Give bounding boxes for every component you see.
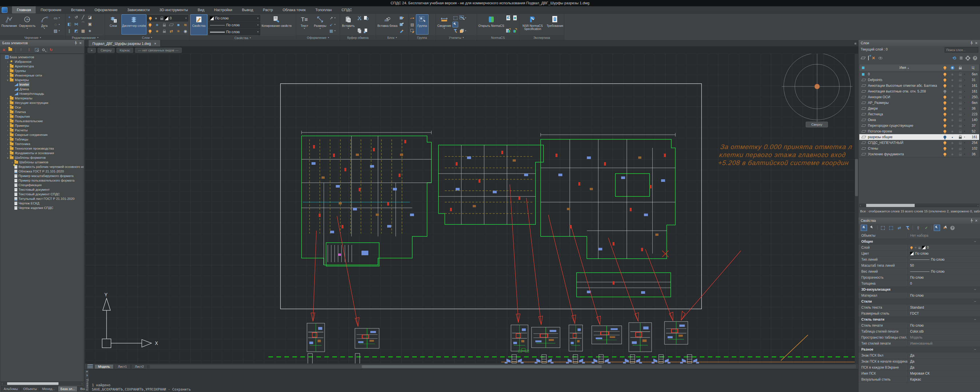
menu-tab[interactable]: Вывод <box>237 6 258 13</box>
group-select-button[interactable]: Группа <box>416 14 428 35</box>
expander-icon[interactable]: › <box>6 115 10 118</box>
linetype-combo[interactable]: По слою ▾ <box>208 22 260 28</box>
tree-item[interactable]: Пример пользовательского формата <box>0 178 84 183</box>
view-direction-button[interactable]: Сверху <box>97 48 115 53</box>
expander-icon[interactable]: › <box>6 129 10 132</box>
expander-icon[interactable]: › <box>6 151 10 155</box>
layer-row[interactable]: АР_Размеры бел <box>859 100 979 106</box>
draw-order-icon[interactable] <box>459 28 465 34</box>
block-attrib-icon[interactable] <box>399 22 404 27</box>
copy-base-icon[interactable] <box>363 28 369 34</box>
expander-icon[interactable]: › <box>6 60 10 64</box>
tree-item[interactable]: ∨ Маркеры <box>0 78 84 82</box>
property-row[interactable]: Слой ∗ 0 <box>859 245 980 251</box>
layer-row[interactable]: Defpoints 31 <box>859 77 979 83</box>
leader-remove-icon[interactable]: ↙ <box>328 22 334 27</box>
color-column-header[interactable]: Ц <box>970 66 979 70</box>
menu-tab[interactable]: Оформление <box>89 6 123 13</box>
property-value[interactable]: ∗ Standard <box>908 304 980 310</box>
properties-help-icon[interactable]: ? <box>950 226 955 230</box>
layer-row[interactable]: Стены 102 <box>859 146 979 151</box>
tree-item[interactable]: › Материалы <box>0 96 84 100</box>
expander-icon[interactable]: › <box>6 74 10 77</box>
layer-search-input[interactable] <box>945 47 978 53</box>
layer-on-toggle-icon[interactable] <box>147 22 153 28</box>
swap-selection-icon[interactable]: ⇄ <box>896 225 902 231</box>
property-row[interactable]: Разное ∗ <box>859 347 980 352</box>
properties-button[interactable]: Свойства <box>190 14 207 35</box>
tree-item[interactable]: › Покрытия <box>0 114 84 119</box>
canvas-hscrollbar[interactable] <box>150 365 856 368</box>
color-combo[interactable]: По слою ▾ <box>208 15 260 21</box>
layer-row[interactable]: Потолок-проем 52 <box>859 129 979 134</box>
stretch-icon[interactable]: ∥ <box>67 28 72 34</box>
tree-item[interactable]: Текстовый документ <box>0 187 84 192</box>
layer-freeze-toggle-icon[interactable]: ∗ <box>154 22 160 28</box>
property-value[interactable]: ∗ По слою <box>908 275 980 280</box>
property-row[interactable]: ПСК в каждом ВЭкране ∗ Да <box>859 365 980 371</box>
tree-item[interactable]: Ведомость рабочих чертежей основного ком <box>0 164 84 169</box>
layers-hscrollbar[interactable]: ‹› <box>859 204 980 207</box>
menu-tab[interactable]: Облака точек <box>278 6 311 13</box>
property-row[interactable]: Масштаб типа линий ∗ 50 <box>859 263 980 269</box>
property-row[interactable]: Объекты ∗ Нет набора <box>859 233 980 239</box>
nsr-button[interactable]: NSR NormaCS Specification <box>520 14 545 35</box>
layout-tab[interactable]: Модель <box>94 364 113 368</box>
property-row[interactable]: Прозрачность ∗ По слою <box>859 275 980 280</box>
property-row[interactable]: Тип линий ∗ По слою <box>859 257 980 263</box>
group-create-icon[interactable]: ⌐▪ <box>409 15 415 21</box>
close-icon[interactable]: ✕ <box>79 41 82 45</box>
layer-combo[interactable]: ∗ 0 ▾ <box>147 15 188 21</box>
property-row[interactable]: Стиль печати ∗ <box>859 317 980 323</box>
ribbon-group-label-utils[interactable]: Утилиты▾ <box>436 35 477 40</box>
tree-item[interactable]: › Несущие конструкции <box>0 100 84 105</box>
property-row[interactable]: 3D-визуализация ∗ <box>859 287 980 293</box>
apply-selection-icon[interactable]: ✓ <box>923 225 929 231</box>
text-button[interactable]: T≡ Текст ▾ <box>297 14 312 35</box>
properties-pin-icon[interactable]: ╄ <box>970 219 973 223</box>
insert-block-button[interactable]: Вставка блока <box>377 14 398 35</box>
add-view-button[interactable]: + <box>88 48 96 53</box>
property-value[interactable]: ∗ Модель <box>908 335 980 340</box>
block-preview-icon[interactable] <box>34 47 40 53</box>
layer-unlock-icon[interactable] <box>161 28 167 34</box>
property-row[interactable]: Толщина ∗ 0 <box>859 280 980 287</box>
property-value[interactable]: ∗ Да <box>908 359 980 364</box>
layer-walk-icon[interactable]: ◉ <box>183 28 188 34</box>
copy-doc-icon[interactable] <box>356 28 362 34</box>
crossing-select-icon[interactable] <box>888 225 894 231</box>
expander-icon[interactable]: › <box>11 161 14 164</box>
model-canvas[interactable]: Y X Сверху За отметку 0.000 принята отме… <box>85 54 858 363</box>
property-value[interactable]: ∗ По слою <box>908 269 980 274</box>
layer-visibility-icon[interactable] <box>878 57 883 59</box>
layers-close-icon[interactable]: ✕ <box>975 41 978 45</box>
cursor-mode-icon[interactable] <box>934 225 940 231</box>
property-row[interactable]: Пространство таблицы стил... ∗ Модель <box>859 335 980 341</box>
normacs-search-doc-icon[interactable] <box>506 15 511 21</box>
property-row[interactable]: Знак ПСК Вкл ∗ Да <box>859 352 980 359</box>
property-row[interactable]: Стили ∗ <box>859 299 980 304</box>
property-row[interactable]: Размерный стиль ∗ ГОСТ <box>859 311 980 317</box>
block-edit-icon[interactable] <box>399 15 404 21</box>
layers-button[interactable]: Слои <box>106 14 121 35</box>
open-normacs-button[interactable]: Открыть NormaCS <box>478 14 505 35</box>
command-history[interactable]: 1 найденоSAVE,БСОХРАНИТЬ,СОХРАНИТЬ,УРЛСО… <box>89 370 858 392</box>
layer-row[interactable]: Двери 36 <box>859 106 979 112</box>
ribbon-group-label-editing[interactable]: Редактирование▾ <box>65 35 105 40</box>
circle-button[interactable]: Окружность ▾ <box>19 14 36 35</box>
layer-manager-button[interactable]: Диспетчер слоёв <box>121 14 146 35</box>
expander-icon[interactable]: › <box>6 142 10 146</box>
command-close-icon[interactable]: ✕ <box>86 370 88 373</box>
layer-row[interactable]: Усиление фундамента 36 <box>859 151 979 157</box>
new-frozen-layer-icon[interactable]: ∗ <box>868 56 869 60</box>
property-value[interactable]: ∗ 0 <box>908 280 980 286</box>
polyline-button[interactable]: Полилиния <box>1 14 18 35</box>
menu-tab[interactable]: Вид <box>193 6 209 13</box>
property-value[interactable]: ∗ Да <box>908 365 980 370</box>
layer-isolate-icon[interactable]: ≋ <box>183 22 188 28</box>
expander-icon[interactable]: › <box>6 65 10 68</box>
tree-item[interactable]: › Избранное <box>0 59 84 64</box>
menu-tab[interactable]: Настройки <box>209 6 237 13</box>
quick-select-up-icon[interactable]: ⇧ <box>915 225 921 231</box>
ribbon-group-label-normacs[interactable]: NormaCS <box>477 35 519 40</box>
